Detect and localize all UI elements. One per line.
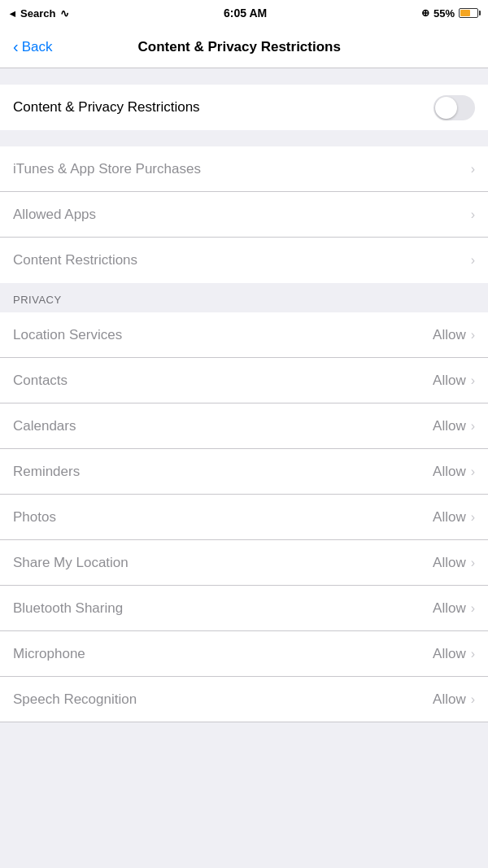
nav-bar: ‹ Back Content & Privacy Restrictions (0, 26, 488, 68)
microphone-value: Allow (433, 646, 466, 662)
battery-bar (459, 8, 478, 18)
content-privacy-toggle[interactable] (434, 95, 475, 120)
contacts-value: Allow (433, 373, 466, 389)
allowed-apps-item[interactable]: Allowed Apps › (0, 192, 488, 238)
main-list-section: iTunes & App Store Purchases › Allowed A… (0, 146, 488, 283)
chevron-right-icon: › (471, 647, 475, 661)
status-right: ⊕ 55% (421, 7, 478, 20)
share-my-location-item[interactable]: Share My Location Allow › (0, 540, 488, 586)
chevron-right-icon: › (471, 328, 475, 342)
reminders-item[interactable]: Reminders Allow › (0, 449, 488, 495)
back-button[interactable]: ‹ Back (13, 37, 52, 56)
calendars-value: Allow (433, 418, 466, 434)
page-title: Content & Privacy Restrictions (52, 39, 426, 55)
status-left: ◂ Search ∿ (10, 7, 69, 20)
speech-recognition-label: Speech Recognition (13, 691, 433, 708)
bluetooth-sharing-item[interactable]: Bluetooth Sharing Allow › (0, 586, 488, 631)
back-label: Back (22, 39, 53, 55)
contacts-label: Contacts (13, 373, 433, 389)
allowed-apps-label: Allowed Apps (13, 207, 471, 223)
reminders-value: Allow (433, 464, 466, 480)
photos-item[interactable]: Photos Allow › (0, 495, 488, 540)
toggle-section: Content & Privacy Restrictions (0, 85, 488, 130)
calendars-item[interactable]: Calendars Allow › (0, 403, 488, 449)
bluetooth-sharing-value: Allow (433, 600, 466, 617)
toggle-knob (435, 97, 457, 119)
privacy-section-header: Privacy (0, 287, 488, 309)
section-gap-1 (0, 130, 488, 146)
contacts-item[interactable]: Contacts Allow › (0, 358, 488, 403)
section-gap-2: Privacy (0, 283, 488, 312)
reminders-label: Reminders (13, 464, 433, 480)
wifi-icon: ∿ (60, 7, 69, 20)
chevron-back-icon: ‹ (13, 37, 19, 56)
share-my-location-value: Allow (433, 555, 466, 571)
microphone-label: Microphone (13, 646, 433, 662)
chevron-right-icon: › (471, 207, 475, 222)
chevron-right-icon: › (471, 162, 475, 177)
location-services-item[interactable]: Location Services Allow › (0, 312, 488, 358)
speech-recognition-item[interactable]: Speech Recognition Allow › (0, 677, 488, 722)
calendars-label: Calendars (13, 418, 433, 434)
chevron-right-icon: › (471, 419, 475, 434)
share-my-location-label: Share My Location (13, 555, 433, 571)
chevron-right-icon: › (471, 601, 475, 616)
toggle-label: Content & Privacy Restrictions (13, 99, 434, 116)
photos-value: Allow (433, 509, 466, 526)
itunes-app-store-label: iTunes & App Store Purchases (13, 161, 471, 177)
location-services-value: Allow (433, 327, 466, 343)
content-restrictions-label: Content Restrictions (13, 252, 471, 268)
photos-label: Photos (13, 509, 433, 526)
location-services-label: Location Services (13, 327, 433, 343)
bluetooth-sharing-label: Bluetooth Sharing (13, 600, 433, 617)
back-arrow-icon: ◂ (10, 7, 15, 20)
speech-recognition-value: Allow (433, 691, 466, 708)
carrier-label: Search (20, 7, 55, 20)
chevron-right-icon: › (471, 465, 475, 479)
content-privacy-toggle-row: Content & Privacy Restrictions (0, 85, 488, 130)
chevron-right-icon: › (471, 556, 475, 570)
content-restrictions-item[interactable]: Content Restrictions › (0, 238, 488, 283)
privacy-list-section: Location Services Allow › Contacts Allow… (0, 312, 488, 722)
location-icon: ⊕ (421, 7, 429, 19)
chevron-right-icon: › (471, 510, 475, 525)
microphone-item[interactable]: Microphone Allow › (0, 631, 488, 677)
chevron-right-icon: › (471, 692, 475, 707)
battery-percent: 55% (434, 7, 455, 20)
status-bar: ◂ Search ∿ 6:05 AM ⊕ 55% (0, 0, 488, 26)
itunes-app-store-item[interactable]: iTunes & App Store Purchases › (0, 146, 488, 192)
battery-fill (460, 10, 470, 16)
section-gap-top (0, 68, 488, 85)
chevron-right-icon: › (471, 253, 475, 268)
status-time: 6:05 AM (224, 7, 267, 20)
chevron-right-icon: › (471, 373, 475, 388)
